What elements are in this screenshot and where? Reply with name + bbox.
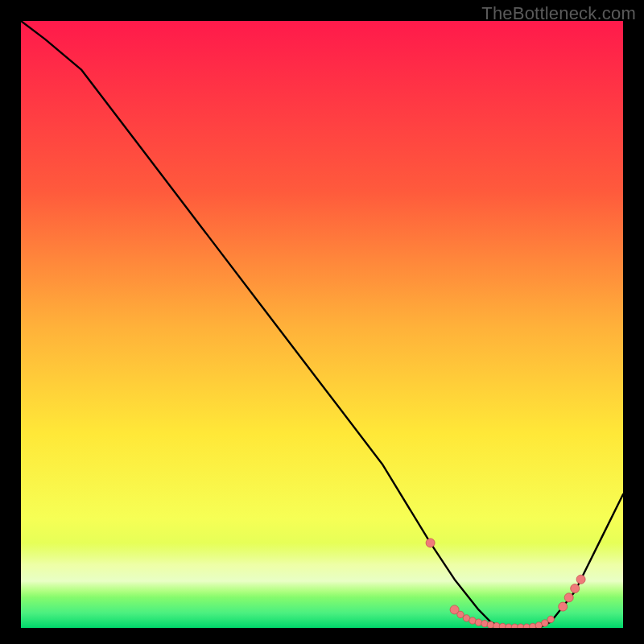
svg-rect-1 xyxy=(21,543,623,597)
bottleneck-chart xyxy=(21,21,623,628)
chart-frame: TheBottleneck.com xyxy=(0,0,644,644)
highlight-marker xyxy=(457,611,464,617)
highlight-marker xyxy=(487,621,493,628)
highlight-marker xyxy=(475,619,481,625)
highlight-marker xyxy=(571,584,580,593)
svg-rect-0 xyxy=(21,21,623,628)
highlight-marker xyxy=(469,617,476,624)
highlight-marker xyxy=(559,602,568,611)
highlight-marker xyxy=(564,593,573,602)
highlight-marker xyxy=(523,624,530,628)
highlight-marker xyxy=(481,621,488,627)
highlight-marker xyxy=(426,539,435,547)
highlight-marker xyxy=(576,575,585,584)
highlight-marker xyxy=(547,616,554,622)
highlight-marker xyxy=(542,620,548,626)
